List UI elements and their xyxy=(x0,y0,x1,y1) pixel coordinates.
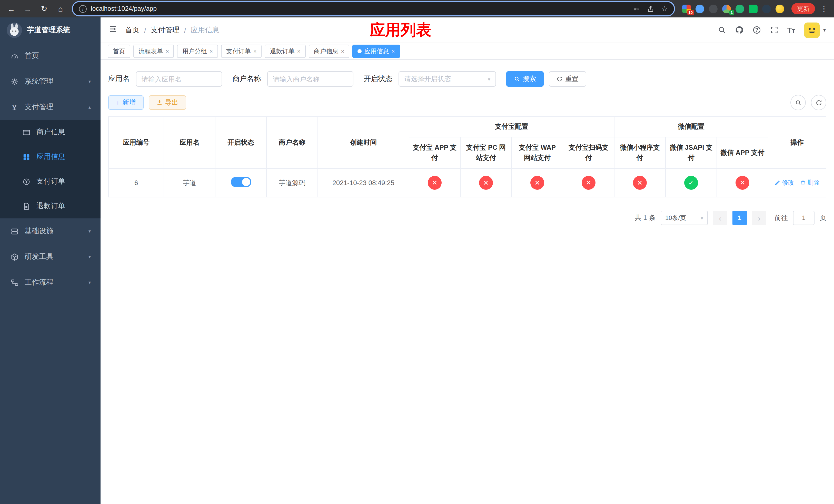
sidebar-item-label: 应用信息 xyxy=(37,152,65,161)
next-page-button[interactable]: › xyxy=(752,211,766,225)
url-text: localhost:1024/pay/app xyxy=(91,5,157,12)
tab-merchant-info[interactable]: 商户信息× xyxy=(309,45,350,58)
font-size-icon[interactable]: TT xyxy=(787,26,795,35)
show-search-button[interactable] xyxy=(790,95,806,110)
sidebar-toggle-icon[interactable] xyxy=(109,25,117,36)
page-content: 应用名 商户名称 开启状态 请选择开启状态 ▾ xyxy=(101,60,834,504)
extension-puzzle-icon[interactable] xyxy=(762,4,771,13)
sidebar-item-label: 系统管理 xyxy=(25,77,53,86)
status-check-icon: ✓ xyxy=(684,176,698,190)
user-menu[interactable]: ▾ xyxy=(804,22,826,38)
close-icon[interactable]: × xyxy=(254,48,257,54)
page-number-button[interactable]: 1 xyxy=(732,211,747,225)
sidebar-item-home[interactable]: 首页 xyxy=(0,43,101,69)
status-select[interactable]: 请选择开启状态 ▾ xyxy=(398,71,496,87)
fullscreen-icon[interactable] xyxy=(770,26,778,35)
screen: ← → ↻ ⌂ i localhost:1024/pay/app ☆ 10 1 … xyxy=(0,0,834,504)
merchant-name-label: 商户名称 xyxy=(232,74,267,84)
add-button[interactable]: + 新增 xyxy=(108,95,144,110)
breadcrumb-home[interactable]: 首页 xyxy=(125,25,139,35)
chevron-down-icon: ▾ xyxy=(701,215,703,221)
app-shell: 芋道管理系统 首页 系统管理 ▾ ¥ 支付管理 ▴ xyxy=(0,18,834,504)
close-icon[interactable]: × xyxy=(391,48,395,54)
tab-refund-orders[interactable]: 退款订单× xyxy=(265,45,306,58)
sidebar-item-payment[interactable]: ¥ 支付管理 ▴ xyxy=(0,94,101,120)
cell-wx-app: ✕ xyxy=(717,169,768,198)
tab-user-group[interactable]: 用户分组× xyxy=(177,45,218,58)
reload-icon[interactable]: ↻ xyxy=(38,3,50,15)
search-button[interactable]: 搜索 xyxy=(506,71,544,87)
browser-extensions: 10 1 xyxy=(682,4,784,13)
navbar-actions: TT ▾ xyxy=(717,22,826,38)
delete-link[interactable]: 删除 xyxy=(800,179,820,187)
forward-icon[interactable]: → xyxy=(22,3,34,15)
sidebar: 芋道管理系统 首页 系统管理 ▾ ¥ 支付管理 ▴ xyxy=(0,18,101,504)
col-alipay-qr: 支付宝扫码支付 xyxy=(563,137,614,169)
breadcrumb-payment[interactable]: 支付管理 xyxy=(151,25,179,35)
edit-link[interactable]: 修改 xyxy=(774,179,794,187)
sidebar-submenu-payment: 商户信息 应用信息 支付订单 退款订单 xyxy=(0,120,101,219)
pencil-icon xyxy=(774,180,780,186)
chevron-right-icon: › xyxy=(758,214,761,223)
sidebar-item-pay-orders[interactable]: 支付订单 xyxy=(0,169,101,194)
status-x-icon: ✕ xyxy=(581,176,595,190)
extension-apps-icon[interactable]: 10 xyxy=(682,4,691,13)
close-icon[interactable]: × xyxy=(166,48,169,54)
sidebar-item-refund-orders[interactable]: 退款订单 xyxy=(0,194,101,219)
site-info-icon[interactable]: i xyxy=(79,5,87,13)
status-x-icon: ✕ xyxy=(633,176,647,190)
sidebar-item-workflow[interactable]: 工作流程 ▾ xyxy=(0,270,101,295)
merchant-name-input[interactable] xyxy=(267,71,353,87)
sidebar-item-dev-tools[interactable]: 研发工具 ▾ xyxy=(0,244,101,270)
share-icon[interactable] xyxy=(647,5,655,13)
tab-home[interactable]: 首页 xyxy=(108,45,130,58)
reset-button[interactable]: 重置 xyxy=(549,71,586,87)
status-toggle[interactable] xyxy=(231,177,251,187)
close-icon[interactable]: × xyxy=(341,48,345,54)
search-icon[interactable] xyxy=(717,26,726,35)
back-icon[interactable]: ← xyxy=(5,3,18,15)
help-icon[interactable] xyxy=(752,26,761,35)
export-button[interactable]: 导出 xyxy=(149,95,186,110)
extension-dark-icon[interactable] xyxy=(709,4,718,13)
table-toolbar: + 新增 导出 xyxy=(108,95,826,110)
home-icon[interactable]: ⌂ xyxy=(54,3,67,15)
sidebar-item-label: 工作流程 xyxy=(25,278,53,287)
close-icon[interactable]: × xyxy=(297,48,301,54)
goto-page-input[interactable] xyxy=(793,211,814,225)
app-name-input[interactable] xyxy=(136,71,222,87)
col-merchant: 商户名称 xyxy=(266,117,318,169)
gear-icon xyxy=(10,78,19,85)
extension-wechat-icon[interactable] xyxy=(749,4,758,13)
extension-drop-icon[interactable] xyxy=(696,4,704,13)
extension-profile-icon[interactable]: 1 xyxy=(722,4,731,13)
pagination-total: 共 1 条 xyxy=(635,213,656,223)
bookmark-star-icon[interactable]: ☆ xyxy=(661,5,668,13)
chevron-down-icon: ▾ xyxy=(488,76,490,82)
sidebar-item-app-info[interactable]: 应用信息 xyxy=(0,144,101,169)
yen-icon: ¥ xyxy=(10,103,19,112)
extension-green-circle-icon[interactable] xyxy=(736,4,744,13)
sidebar-item-merchant-info[interactable]: 商户信息 xyxy=(0,120,101,144)
page-size-value: 10条/页 xyxy=(665,214,686,223)
tab-process-form[interactable]: 流程表单× xyxy=(133,45,174,58)
tab-pay-orders[interactable]: 支付订单× xyxy=(221,45,262,58)
github-icon[interactable] xyxy=(735,26,744,35)
tab-app-info[interactable]: 应用信息× xyxy=(352,45,400,58)
close-icon[interactable]: × xyxy=(210,48,213,54)
sidebar-item-infrastructure[interactable]: 基础设施 ▾ xyxy=(0,219,101,244)
prev-page-button[interactable]: ‹ xyxy=(713,211,727,225)
refresh-table-button[interactable] xyxy=(811,95,826,110)
browser-update-button[interactable]: 更新 xyxy=(791,3,815,14)
page-size-select[interactable]: 10条/页 ▾ xyxy=(661,211,708,225)
delete-link-label: 删除 xyxy=(807,179,820,187)
app-title: 芋道管理系统 xyxy=(27,26,70,35)
sidebar-item-system[interactable]: 系统管理 ▾ xyxy=(0,69,101,94)
url-bar[interactable]: i localhost:1024/pay/app ☆ xyxy=(73,2,674,15)
key-icon[interactable] xyxy=(633,5,640,13)
table-row: 6 芋道 芋道源码 2021-10-23 08:49:25 ✕ ✕ ✕ ✕ ✕ … xyxy=(109,169,826,198)
profile-avatar[interactable] xyxy=(775,4,784,13)
cell-alipay-wap: ✕ xyxy=(512,169,563,198)
col-wx-app: 微信 APP 支付 xyxy=(717,137,768,169)
browser-menu-icon[interactable]: ⋮ xyxy=(820,4,828,13)
